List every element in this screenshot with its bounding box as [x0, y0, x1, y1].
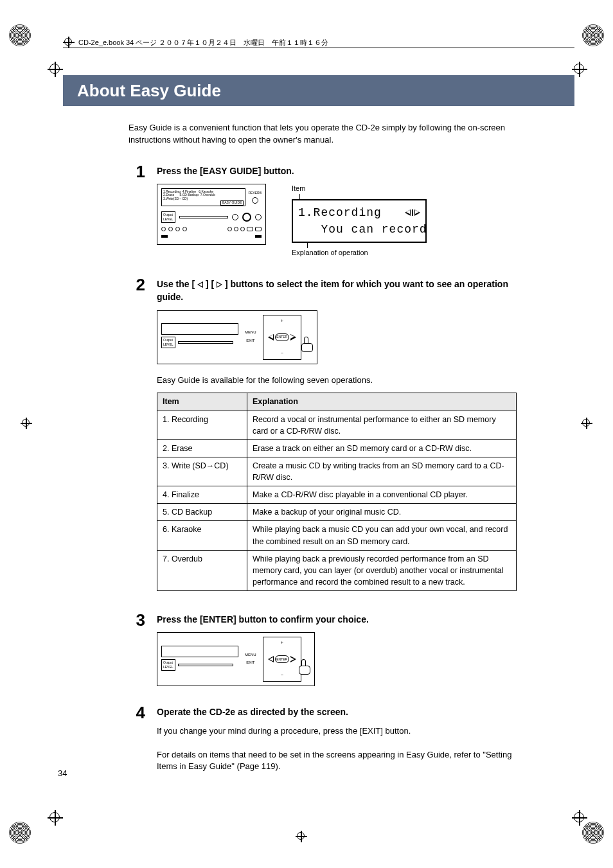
- register-mark-icon: [48, 810, 63, 826]
- table-row: 1. RecordingRecord a vocal or instrument…: [157, 411, 517, 439]
- step-heading: Use the [ ] [ ] buttons to select the it…: [157, 278, 517, 304]
- table-row: 4. FinalizeMake a CD-R/RW disc playable …: [157, 486, 517, 504]
- knob-icon: [232, 214, 238, 220]
- left-arrow-icon: [197, 281, 203, 288]
- reverb-label: REVERB: [248, 191, 262, 195]
- table-cell-explanation: While playing back a previously recorded…: [247, 550, 517, 590]
- crop-corner-icon: [9, 822, 31, 844]
- table-cell-item: 1. Recording: [157, 411, 247, 439]
- step-number: 4: [129, 704, 145, 779]
- nav-pad: + ENTER −: [263, 315, 301, 360]
- table-cell-explanation: Make a backup of your original music CD.: [247, 504, 517, 521]
- step2-head-mid: ] [: [206, 279, 214, 289]
- crop-corner-icon: [582, 24, 604, 46]
- register-mark-icon: [63, 37, 75, 48]
- register-mark-icon: [296, 831, 307, 842]
- intro-paragraph: Easy Guide is a convenient function that…: [129, 122, 517, 146]
- content-area: Easy Guide is a convenient function that…: [129, 122, 517, 788]
- lcd-line2: You can record: [298, 221, 420, 238]
- page-number: 34: [58, 768, 67, 778]
- lcd-item-label: Item: [292, 184, 427, 194]
- table-cell-explanation: Record a vocal or instrumental performan…: [247, 411, 517, 439]
- table-cell-explanation: Make a CD-R/RW disc playable in a conven…: [247, 486, 517, 504]
- lcd-example: Item 1.Recording You can record Explanat…: [292, 184, 427, 258]
- right-arrow-icon: [290, 334, 296, 341]
- register-mark-icon: [48, 62, 63, 77]
- table-row: 7. OverdubWhile playing back a previousl…: [157, 550, 517, 590]
- step2-head-pre: Use the [: [157, 279, 195, 289]
- table-cell-item: 6. Karaoke: [157, 521, 247, 550]
- step2-note: Easy Guide is available for the followin…: [157, 375, 517, 387]
- lcd-line1: 1.Recording: [298, 204, 382, 221]
- step4-p1: If you change your mind during a procedu…: [157, 725, 517, 738]
- right-arrow-icon: [217, 281, 222, 288]
- button-icon: [255, 227, 262, 231]
- reverb-knob-icon: [252, 197, 258, 204]
- jog-icon: [242, 213, 251, 222]
- table-header-explanation: Explanation: [247, 393, 517, 411]
- enter-button-icon: ENTER: [275, 333, 289, 341]
- step4-p2: For details on items that need to be set…: [157, 749, 517, 774]
- exit-label: EXIT: [246, 660, 254, 666]
- knob-icon: [255, 214, 262, 220]
- table-row: 3. Write (SD→CD)Create a music CD by wri…: [157, 457, 517, 486]
- menu-label: MENU: [245, 652, 256, 658]
- exit-label: EXIT: [246, 338, 254, 344]
- print-header-text: CD-2e_e.book 34 ページ ２００７年１０月２４日 水曜日 午前１１…: [78, 38, 328, 48]
- left-arrow-icon: [268, 334, 274, 341]
- step-heading: Press the [EASY GUIDE] button.: [157, 164, 517, 177]
- table-header-item: Item: [157, 393, 247, 411]
- page-title-text: About Easy Guide: [77, 81, 221, 101]
- table-row: 6. KaraokeWhile playing back a music CD …: [157, 521, 517, 550]
- menu-label: MENU: [245, 330, 256, 335]
- table-cell-item: 4. Finalize: [157, 486, 247, 504]
- lcd-explanation-label: Explanation of operation: [292, 248, 427, 258]
- output-level-label: OutputLEVEL: [161, 211, 175, 224]
- device-figure: OutputLEVEL MENU: [157, 632, 315, 686]
- operations-table: Item Explanation 1. RecordingRecord a vo…: [157, 393, 517, 591]
- left-arrow-icon: [268, 656, 274, 662]
- crop-corner-icon: [9, 24, 31, 46]
- panel-menu-text: 1.Recording 4.Finalize 6.Karaoke 2.Erase…: [163, 190, 244, 201]
- step-3: 3 Press the [ENTER] button to confirm yo…: [129, 613, 517, 696]
- button-icon: [175, 227, 180, 231]
- panel-screen: 1.Recording 4.Finalize 6.Karaoke 2.Erase…: [161, 188, 245, 206]
- register-mark-icon: [572, 810, 587, 826]
- button-icon: [182, 227, 187, 231]
- step-2: 2 Use the [ ] [ ] buttons to select the …: [129, 278, 517, 604]
- print-header: CD-2e_e.book 34 ページ ２００７年１０月２４日 水曜日 午前１１…: [63, 37, 328, 48]
- table-row: 5. CD BackupMake a backup of your origin…: [157, 504, 517, 521]
- device-figure: 1.Recording 4.Finalize 6.Karaoke 2.Erase…: [157, 184, 266, 245]
- lcd-arrows-icon: [405, 209, 420, 216]
- table-row: 2. EraseErase a track on either an SD me…: [157, 439, 517, 457]
- step-heading: Operate the CD-2e as directed by the scr…: [157, 705, 517, 718]
- page-title: About Easy Guide: [63, 75, 574, 106]
- step-4: 4 Operate the CD-2e as directed by the s…: [129, 705, 517, 779]
- register-mark-icon: [21, 418, 32, 429]
- table-cell-item: 7. Overdub: [157, 550, 247, 590]
- table-cell-item: 2. Erase: [157, 439, 247, 457]
- button-icon: [234, 227, 238, 231]
- table-cell-explanation: Create a music CD by writing tracks from…: [247, 457, 517, 486]
- button-icon: [240, 227, 245, 231]
- nav-pad: + ENTER −: [263, 637, 301, 682]
- table-cell-explanation: While playing back a music CD you can ad…: [247, 521, 517, 550]
- right-arrow-icon: [290, 656, 296, 662]
- lcd-display: 1.Recording You can record: [292, 199, 427, 243]
- table-cell-explanation: Erase a track on either an SD memory car…: [247, 439, 517, 457]
- table-cell-item: 3. Write (SD→CD): [157, 457, 247, 486]
- enter-button-icon: ENTER: [275, 655, 289, 663]
- hand-pointer-icon: [299, 659, 310, 673]
- device-figure: OutputLEVEL MENU: [157, 310, 317, 364]
- panel-easyguide-label: EASY GUIDE: [220, 200, 244, 206]
- button-icon: [247, 227, 253, 231]
- table-cell-item: 5. CD Backup: [157, 504, 247, 521]
- header-rule: [63, 48, 574, 48]
- step-number: 2: [129, 276, 145, 604]
- hand-pointer-icon: [301, 337, 313, 351]
- step-heading: Press the [ENTER] button to confirm your…: [157, 613, 517, 626]
- step-number: 1: [129, 163, 145, 269]
- button-icon: [227, 227, 232, 231]
- button-icon: [168, 227, 173, 231]
- button-icon: [161, 227, 166, 231]
